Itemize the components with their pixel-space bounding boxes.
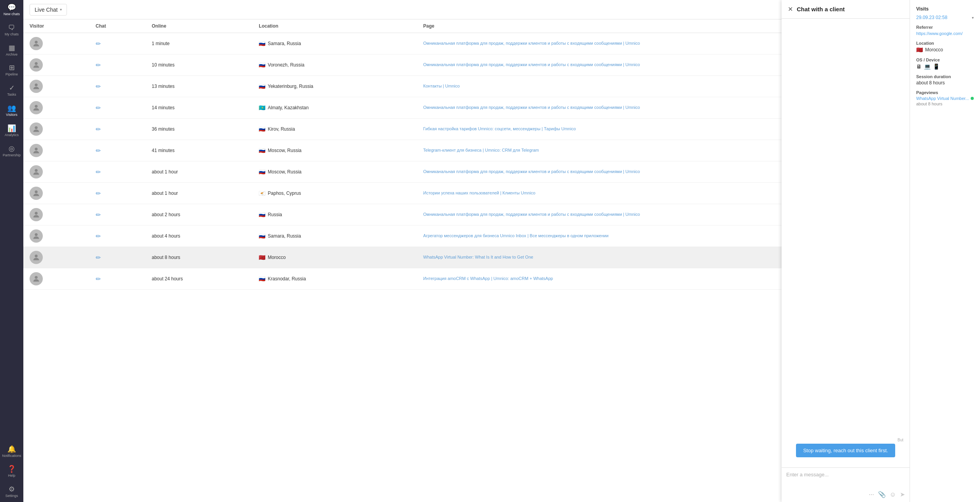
- sidebar-item-settings[interactable]: ⚙ Settings: [0, 482, 23, 502]
- visits-chevron-icon[interactable]: ▾: [972, 16, 974, 20]
- visitor-cell: [23, 119, 89, 140]
- emoji-icon[interactable]: ☺: [890, 491, 896, 498]
- visitor-cell: [23, 247, 89, 268]
- dots-icon[interactable]: ···: [869, 491, 874, 498]
- chat-compose-icon[interactable]: ✏: [96, 83, 101, 90]
- svg-point-2: [35, 84, 37, 86]
- chat-compose-icon[interactable]: ✏: [96, 254, 101, 261]
- mobile-icon: 📱: [933, 63, 940, 70]
- close-button[interactable]: ✕: [788, 5, 793, 13]
- online-cell: about 8 hours: [146, 247, 252, 268]
- chat-compose-icon[interactable]: ✏: [96, 40, 101, 47]
- visits-date-value: 29.09.23 02:58: [916, 15, 947, 20]
- svg-point-7: [35, 191, 37, 193]
- location-text: Kirov, Russia: [268, 126, 295, 132]
- page-link[interactable]: Интеграция amoCRM с WhatsApp | Umnico: a…: [423, 276, 553, 281]
- message-toolbar: ··· 📎 ☺ ➤: [786, 491, 905, 498]
- visits-section-title: Visits: [916, 6, 974, 12]
- visitors-icon: 👥: [7, 105, 16, 112]
- page-link[interactable]: Telegram-клиент для бизнеса | Umnico: CR…: [423, 148, 539, 152]
- online-cell: 36 minutes: [146, 119, 252, 140]
- sidebar-item-pipeline[interactable]: ⊞ Pipeline: [0, 60, 23, 80]
- location-cell: 🇲🇦 Morocco: [252, 247, 417, 268]
- col-chat: Chat: [89, 19, 146, 33]
- pageview-link[interactable]: WhatsApp Virtual Number...: [916, 96, 969, 101]
- send-icon[interactable]: ➤: [900, 491, 905, 498]
- session-duration-row: Session duration about 8 hours: [916, 74, 974, 86]
- location-text: Russia: [268, 212, 282, 217]
- page-link[interactable]: Омниканальная платформа для продаж, подд…: [423, 41, 640, 45]
- chat-compose-icon[interactable]: ✏: [96, 147, 101, 154]
- chat-body: But Stop waiting, reach out this client …: [782, 19, 910, 467]
- message-input-area: ··· 📎 ☺ ➤: [782, 467, 910, 502]
- chat-compose-icon[interactable]: ✏: [96, 62, 101, 68]
- sidebar-item-notifications[interactable]: 🔔 Notifications: [0, 442, 23, 462]
- page-link[interactable]: Омниканальная платформа для продаж, подд…: [423, 169, 640, 174]
- page-link[interactable]: Контакты | Umnico: [423, 84, 460, 88]
- online-cell: about 1 hour: [146, 161, 252, 183]
- location-cell: 🇷🇺 Samara, Russia: [252, 226, 417, 247]
- page-link[interactable]: Истории успеха наших пользователей | Кли…: [423, 191, 535, 195]
- chat-compose-icon[interactable]: ✏: [96, 276, 101, 282]
- location-text: Krasnodar, Russia: [268, 276, 306, 282]
- visitor-avatar: [30, 37, 43, 50]
- sidebar-label-visitors: Visitors: [6, 113, 17, 117]
- flag-emoji: 🇰🇿: [259, 105, 265, 111]
- message-input[interactable]: [786, 472, 905, 487]
- notifications-icon: 🔔: [7, 446, 16, 453]
- page-link[interactable]: Агрегатор мессенджеров для бизнеса Umnic…: [423, 233, 608, 238]
- online-cell: 41 minutes: [146, 140, 252, 161]
- sidebar-item-analytics[interactable]: 📊 Analytics: [0, 121, 23, 141]
- visitor-avatar: [30, 144, 43, 157]
- visitor-avatar: [30, 251, 43, 264]
- help-icon: ❓: [7, 465, 16, 472]
- os-device-label: OS / Device: [916, 58, 974, 62]
- location-flag-cell: 🇷🇺 Voronezh, Russia: [259, 62, 304, 68]
- chat-panel-title: Chat with a client: [797, 6, 845, 12]
- online-cell: about 24 hours: [146, 268, 252, 290]
- flag-emoji: 🇷🇺: [259, 40, 265, 47]
- referrer-label: Referrer: [916, 25, 974, 30]
- pageview-time: about 8 hours: [916, 101, 974, 106]
- location-flag-cell: 🇷🇺 Moscow, Russia: [259, 169, 302, 175]
- sidebar-item-new-chats[interactable]: 💬 New chats: [0, 0, 23, 20]
- referrer-row: Referrer https://www.google.com/: [916, 25, 974, 36]
- reach-out-button[interactable]: Stop waiting, reach out this client firs…: [796, 444, 895, 457]
- chat-compose-icon[interactable]: ✏: [96, 212, 101, 218]
- location-cell: 🇰🇿 Almaty, Kazakhstan: [252, 97, 417, 119]
- session-duration-label: Session duration: [916, 74, 974, 79]
- sidebar-item-archive[interactable]: ▦ Archive: [0, 40, 23, 61]
- chat-compose-icon[interactable]: ✏: [96, 233, 101, 240]
- visitor-avatar: [30, 122, 43, 136]
- visitor-avatar: [30, 187, 43, 200]
- sidebar-item-help[interactable]: ❓ Help: [0, 462, 23, 482]
- live-chat-dropdown[interactable]: Live Chat ▾: [30, 4, 67, 16]
- sidebar-item-my-chats[interactable]: 🗨 My chats: [0, 20, 23, 40]
- referrer-link[interactable]: https://www.google.com/: [916, 31, 962, 36]
- location-cell: 🇷🇺 Voronezh, Russia: [252, 54, 417, 76]
- chat-compose-icon[interactable]: ✏: [96, 169, 101, 175]
- tablet-icon: 💻: [924, 63, 931, 70]
- chat-compose-icon[interactable]: ✏: [96, 105, 101, 111]
- attachment-icon[interactable]: 📎: [878, 491, 886, 498]
- sidebar-item-tasks[interactable]: ✓ Tasks: [0, 80, 23, 101]
- monitor-icon: 🖥: [916, 63, 922, 70]
- page-link[interactable]: Омниканальная платформа для продаж, подд…: [423, 62, 640, 67]
- sidebar-item-visitors[interactable]: 👥 Visitors: [0, 101, 23, 121]
- col-visitor: Visitor: [23, 19, 89, 33]
- settings-icon: ⚙: [9, 486, 15, 493]
- chat-compose-icon[interactable]: ✏: [96, 126, 101, 133]
- page-link[interactable]: Омниканальная платформа для продаж, подд…: [423, 105, 640, 110]
- page-link[interactable]: Омниканальная платформа для продаж, подд…: [423, 212, 640, 217]
- flag-emoji: 🇨🇾: [259, 190, 265, 196]
- sidebar-item-partnership[interactable]: ◎ Partnership: [0, 141, 23, 161]
- page-link[interactable]: Гибкая настройка тарифов Umnico: соцсети…: [423, 126, 576, 131]
- page-link[interactable]: WhatsApp Virtual Number: What Is It and …: [423, 255, 533, 259]
- visitor-cell: [23, 33, 89, 54]
- online-cell: 10 minutes: [146, 54, 252, 76]
- new-chats-icon: 💬: [7, 4, 16, 11]
- sidebar-label-new-chats: New chats: [4, 12, 20, 16]
- online-cell: about 2 hours: [146, 204, 252, 226]
- chat-compose-icon[interactable]: ✏: [96, 190, 101, 197]
- visitor-cell: [23, 183, 89, 204]
